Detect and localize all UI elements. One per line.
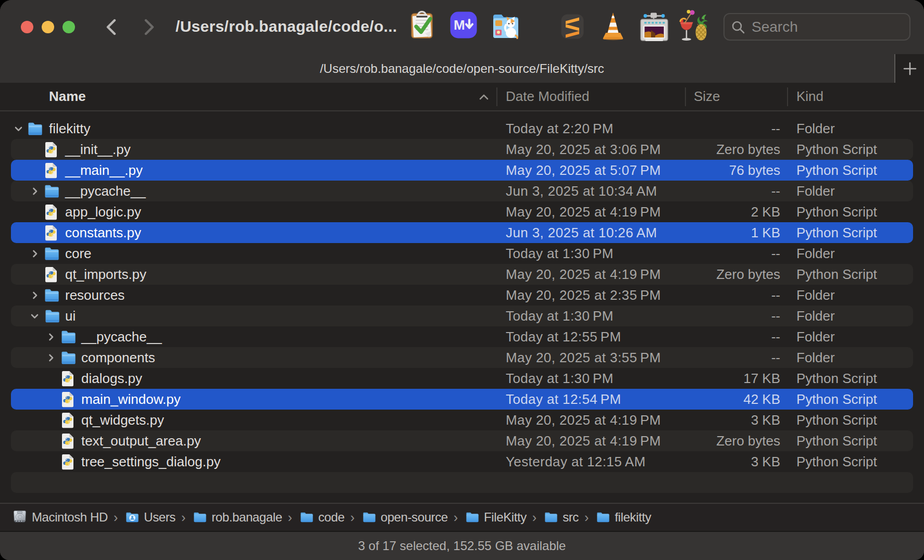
svg-text:M: M xyxy=(454,17,465,33)
